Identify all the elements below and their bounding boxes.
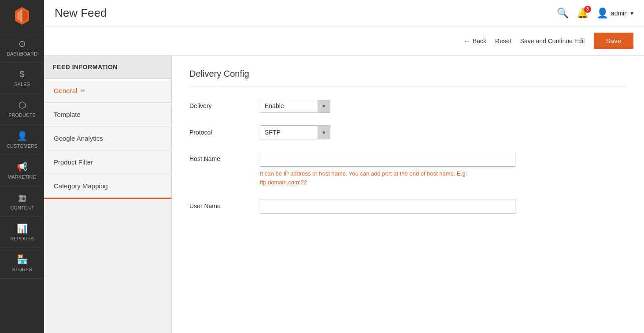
action-bar: ← Back Reset Save and Continue Edit Save [44,26,644,56]
sidebar-item-sales[interactable]: $ SALES [0,63,44,94]
delivery-label: Delivery [189,99,260,109]
customers-icon: 👤 [17,131,28,141]
save-label: Save [606,37,621,45]
sidebar-item-label: DASHBOARD [7,51,37,56]
section-divider [189,86,626,86]
reset-button[interactable]: Reset [495,37,511,45]
svg-rect-3 [21,10,23,22]
chevron-down-icon: ▾ [630,10,633,17]
host-name-label: Host Name [189,152,260,162]
sidebar-item-dashboard[interactable]: ⊙ DASHBOARD [0,32,44,63]
sidebar-item-label: CONTENT [10,205,33,210]
user-name-label: User Name [189,199,260,210]
user-name-input[interactable] [260,199,515,214]
protocol-select[interactable]: SFTP ▾ [260,125,330,139]
host-name-help-text: It can be IP address or host name. You c… [260,169,515,187]
sidebar-item-label: REPORTS [11,236,34,241]
delivery-select-value: Enable [260,99,318,112]
admin-label: admin [611,10,628,17]
host-name-field-row: Host Name It can be IP address or host n… [189,152,626,187]
main-area: New Feed 🔍 🔔 3 👤 admin ▾ ← Back Reset Sa… [44,0,644,333]
protocol-control: SFTP ▾ [260,125,626,139]
protocol-select-value: SFTP [260,126,318,139]
admin-avatar-icon: 👤 [596,7,608,19]
protocol-label: Protocol [189,125,260,136]
save-continue-label: Save and Continue Edit [520,37,585,45]
user-name-field-row: User Name [189,199,626,214]
page-title: New Feed [55,6,107,20]
delivery-select[interactable]: Enable ▾ [260,99,330,113]
save-button[interactable]: Save [594,33,633,49]
sidebar-item-marketing[interactable]: 📢 MARKETING [0,155,44,186]
right-panel: Delivery Config Delivery Enable ▾ Protoc… [172,56,644,333]
host-name-input[interactable] [260,152,515,167]
protocol-field-row: Protocol SFTP ▾ [189,125,626,139]
stores-icon: 🏪 [17,254,28,265]
sidebar-item-customers[interactable]: 👤 CUSTOMERS [0,124,44,155]
nav-item-category-mapping[interactable]: Category Mapping [44,174,171,199]
nav-item-template[interactable]: Template [44,103,171,127]
section-title: Delivery Config [189,69,626,79]
nav-item-product-filter-label: Product Filter [54,158,93,166]
admin-menu-button[interactable]: 👤 admin ▾ [596,7,633,19]
dashboard-icon: ⊙ [19,38,26,49]
delivery-field-row: Delivery Enable ▾ [189,99,626,113]
reports-icon: 📊 [17,223,28,234]
reset-label: Reset [495,37,511,45]
notification-button[interactable]: 🔔 3 [577,7,588,19]
edit-icon: ✏ [81,87,85,94]
sidebar-item-label: STORES [12,267,32,272]
sales-icon: $ [19,69,24,79]
protocol-select-arrow-icon[interactable]: ▾ [318,126,330,139]
feed-info-header: FEED INFORMATION [44,56,171,79]
search-icon[interactable]: 🔍 [557,7,569,19]
sidebar-logo [0,0,44,32]
content-area: FEED INFORMATION General ✏ Template Goog… [44,56,644,333]
back-arrow-icon: ← [464,37,470,45]
sidebar-item-content[interactable]: ▦ CONTENT [0,186,44,217]
products-icon: ⬡ [19,100,26,110]
header-icons: 🔍 🔔 3 👤 admin ▾ [557,7,633,19]
sidebar-item-reports[interactable]: 📊 REPORTS [0,217,44,248]
sidebar-item-stores[interactable]: 🏪 STORES [0,248,44,279]
sidebar-item-label: SALES [14,82,30,87]
nav-item-general[interactable]: General ✏ [44,79,171,103]
page-header: New Feed 🔍 🔔 3 👤 admin ▾ [44,0,644,26]
notification-badge: 3 [584,6,591,13]
back-button[interactable]: ← Back [464,37,486,45]
left-panel: FEED INFORMATION General ✏ Template Goog… [44,56,172,333]
marketing-icon: 📢 [17,161,28,172]
sidebar-item-label: PRODUCTS [8,112,36,118]
nav-item-category-mapping-label: Category Mapping [54,182,108,190]
nav-item-general-label: General [54,87,77,94]
sidebar-item-products[interactable]: ⬡ PRODUCTS [0,94,44,124]
save-continue-button[interactable]: Save and Continue Edit [520,37,585,45]
sidebar: ⊙ DASHBOARD $ SALES ⬡ PRODUCTS 👤 CUSTOME… [0,0,44,333]
nav-item-google-analytics[interactable]: Google Analytics [44,127,171,150]
magento-logo-icon [12,6,32,26]
user-name-control [260,199,626,214]
nav-item-google-analytics-label: Google Analytics [54,135,103,142]
sidebar-item-label: CUSTOMERS [7,143,37,149]
delivery-select-arrow-icon[interactable]: ▾ [318,100,330,112]
delivery-control: Enable ▾ [260,99,626,113]
nav-item-product-filter[interactable]: Product Filter [44,150,171,174]
back-label: Back [473,37,486,45]
nav-item-template-label: Template [54,111,81,118]
sidebar-item-label: MARKETING [7,174,36,180]
content-icon: ▦ [18,192,26,203]
host-name-control: It can be IP address or host name. You c… [260,152,626,187]
